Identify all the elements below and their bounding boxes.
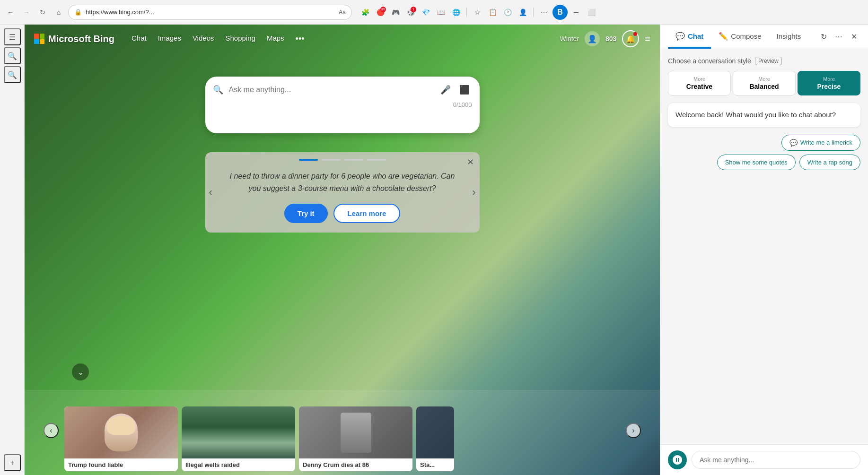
balanced-label-main: Balanced [749,83,779,90]
forward-button[interactable]: → [20,6,33,19]
address-bar[interactable]: 🔒 https://www.bing.com/?... Aa [68,5,352,20]
sidebar-search-btn[interactable]: 🔍 [4,47,21,64]
browser-window: ← → ↻ ⌂ 🔒 https://www.bing.com/?... Aa 🧩… [0,0,868,475]
extensions-icon[interactable]: 🧩 [359,6,372,19]
restore-icon[interactable]: ⬜ [585,6,598,19]
user-avatar[interactable]: 👤 [585,31,600,46]
limerick-icon: 💬 [789,139,798,147]
ext3-icon[interactable]: 🎮 [389,6,402,19]
carousel-text: I need to throw a dinner party for 6 peo… [224,170,461,194]
news-img-partial [416,406,454,458]
copilot-close-btn[interactable]: ✕ [847,30,860,43]
sidebar-add-btn[interactable]: ＋ [4,454,21,471]
sidebar-search2-btn[interactable]: 🔍 [4,66,21,83]
precise-label-top: More [823,76,835,82]
notification-btn[interactable]: 🔔 [622,30,639,47]
ext4-icon[interactable]: 🎲1 [404,6,417,19]
nav-images[interactable]: Images [158,34,181,44]
style-label: Choose a conversation style Preview [668,57,860,65]
scroll-down-button[interactable]: ⌄ [72,363,89,380]
search-action-icons: 🎤 ⬛ [438,82,472,97]
bing-logo-text: Microsoft Bing [48,34,114,44]
ext2-icon[interactable]: 🔴39 [374,6,387,19]
carousel-close-button[interactable]: ✕ [467,157,474,167]
refresh-button[interactable]: ↻ [36,6,49,19]
tab-compose[interactable]: ✏️ Compose [711,25,769,49]
news-cards: Trump found liable Illegal wells raided [64,406,620,471]
search-box[interactable]: 🔍 🎤 ⬛ 0/1000 [205,77,480,133]
nav-chat[interactable]: Chat [132,34,147,44]
microphone-icon[interactable]: 🎤 [438,82,453,97]
suggestion-limerick-btn[interactable]: 💬 Write me a limerick [781,135,860,151]
copilot-more-btn[interactable]: ⋯ [832,30,845,43]
history-icon[interactable]: 🕐 [501,6,514,19]
carousel-actions: Try it Learn more [224,204,461,223]
collections-icon[interactable]: 📋 [486,6,499,19]
news-card-partial[interactable]: Sta... [416,406,454,471]
copilot-input[interactable] [692,451,860,469]
style-label-text: Choose a conversation style [668,57,751,65]
dot-1 [299,159,318,161]
dot-2 [322,159,341,161]
ext6-icon[interactable]: 📖 [434,6,447,19]
ext5-icon[interactable]: 💎 [419,6,432,19]
copilot-body: Choose a conversation style Preview More… [660,49,868,444]
welcome-bubble: Welcome back! What would you like to cha… [668,103,860,127]
nav-videos[interactable]: Videos [193,34,214,44]
copilot-refresh-btn[interactable]: ↻ [817,30,830,43]
bing-header: Microsoft Bing Chat Images Videos Shoppi… [25,25,660,53]
points-badge: 803 [605,35,616,43]
style-creative-btn[interactable]: More Creative [668,71,731,95]
ext7-icon[interactable]: 🌐 [449,6,463,19]
minimize-icon[interactable]: ─ [570,6,583,19]
url-text: https://www.bing.com/?... [86,9,335,16]
search-input-row: 🔍 🎤 ⬛ [213,82,472,97]
profile-icon[interactable]: 👤 [516,6,529,19]
search-input[interactable] [229,86,434,94]
news-next-button[interactable]: › [626,423,641,438]
news-img-wells [182,406,295,458]
bing-logo[interactable]: Microsoft Bing [34,34,114,44]
back-button[interactable]: ← [4,6,17,19]
search-magnifier-icon: 🔍 [213,85,223,95]
news-prev-button[interactable]: ‹ [44,423,59,438]
carousel-next-button[interactable]: › [472,186,475,199]
suggestion-quotes-btn[interactable]: Show me some quotes [717,155,796,170]
style-precise-btn[interactable]: More Precise [798,71,860,95]
winter-label: Winter [560,35,579,43]
try-it-button[interactable]: Try it [284,204,328,223]
tab-insights[interactable]: Insights [769,25,809,49]
search-container: 🔍 🎤 ⬛ 0/1000 [205,77,480,133]
camera-icon[interactable]: ⬛ [457,82,472,97]
favorites-icon[interactable]: ☆ [471,6,484,19]
copilot-avatar [668,450,687,469]
bing-icon[interactable]: B [552,5,568,20]
nav-shopping[interactable]: Shopping [225,34,255,44]
search-counter: 0/1000 [453,101,472,108]
nav-maps[interactable]: Maps [267,34,284,44]
news-card-denny[interactable]: Denny Crum dies at 86 [299,406,412,471]
conversation-style-section: Choose a conversation style Preview More… [668,57,860,95]
suggestion-rap-btn[interactable]: Write a rap song [799,155,860,170]
home-button[interactable]: ⌂ [52,6,65,19]
toolbar-sep2 [533,8,534,17]
rap-label: Write a rap song [807,159,852,166]
tab-chat[interactable]: 💬 Chat [668,25,711,49]
dot-3 [344,159,363,161]
browser-toolbar: ← → ↻ ⌂ 🔒 https://www.bing.com/?... Aa 🧩… [0,0,868,25]
sidebar-favorites-btn[interactable]: ☰ [4,28,21,45]
style-balanced-btn[interactable]: More Balanced [733,71,796,95]
browser-sidebar: ☰ 🔍 🔍 ＋ [0,25,25,475]
news-card-wells[interactable]: Illegal wells raided [182,406,295,471]
compose-tab-icon: ✏️ [719,32,728,41]
more-tools-icon[interactable]: ⋯ [537,6,551,19]
copilot-header: 💬 Chat ✏️ Compose Insights ↻ ⋯ ✕ [660,25,868,49]
news-title-denny: Denny Crum dies at 86 [299,458,412,471]
hamburger-icon[interactable]: ≡ [645,34,650,44]
nav-more-icon[interactable]: ••• [296,34,305,44]
news-card-trump[interactable]: Trump found liable [64,406,178,471]
browser-content: ☰ 🔍 🔍 ＋ Microsoft Bing [0,25,868,475]
learn-more-button[interactable]: Learn more [333,204,401,223]
welcome-text: Welcome back! What would you like to cha… [675,111,836,119]
carousel-prev-button[interactable]: ‹ [209,186,212,199]
